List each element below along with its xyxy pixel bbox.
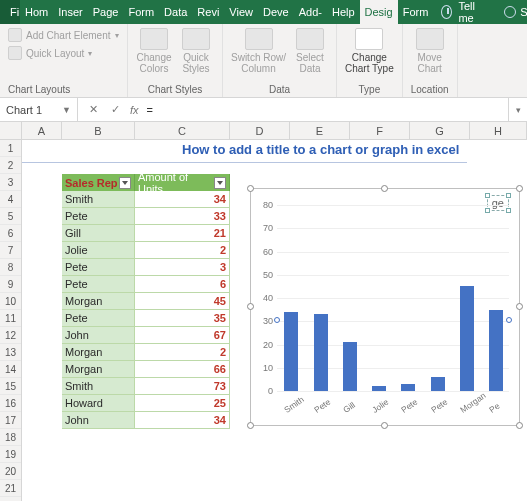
resize-handle[interactable] xyxy=(247,185,254,192)
tab-revi[interactable]: Revi xyxy=(192,0,224,24)
resize-handle[interactable] xyxy=(381,185,388,192)
cell-units[interactable]: 33 xyxy=(135,208,230,225)
cell-units[interactable]: 25 xyxy=(135,395,230,412)
bar[interactable] xyxy=(460,286,474,391)
row-header-15[interactable]: 15 xyxy=(0,378,21,395)
row-headers[interactable]: 123456789101112131415161718192021 xyxy=(0,140,22,501)
row-header-11[interactable]: 11 xyxy=(0,310,21,327)
resize-handle[interactable] xyxy=(516,185,523,192)
table-row[interactable]: Pete33 xyxy=(62,208,230,225)
add-chart-element-button[interactable]: Add Chart Element▾ xyxy=(8,28,119,42)
bar[interactable] xyxy=(314,314,328,391)
cell-units[interactable]: 6 xyxy=(135,276,230,293)
cell-units[interactable]: 34 xyxy=(135,412,230,429)
quick-styles-button[interactable]: Quick Styles xyxy=(178,28,214,74)
resize-handle[interactable] xyxy=(247,303,254,310)
row-header-19[interactable]: 19 xyxy=(0,446,21,463)
resize-handle[interactable] xyxy=(381,422,388,429)
tab-hom[interactable]: Hom xyxy=(20,0,53,24)
cell-units[interactable]: 45 xyxy=(135,293,230,310)
cell-units[interactable]: 21 xyxy=(135,225,230,242)
cell-sales-rep[interactable]: Morgan xyxy=(62,344,135,361)
cell-units[interactable]: 73 xyxy=(135,378,230,395)
row-header-7[interactable]: 7 xyxy=(0,242,21,259)
col-header-G[interactable]: G xyxy=(410,122,470,139)
table-row[interactable]: Pete35 xyxy=(62,310,230,327)
row-header-13[interactable]: 13 xyxy=(0,344,21,361)
cell-units[interactable]: 34 xyxy=(135,191,230,208)
data-table[interactable]: Sales Rep Amount of Units Smith34Pete33G… xyxy=(62,174,230,429)
tab-page[interactable]: Page xyxy=(88,0,124,24)
col-header-B[interactable]: B xyxy=(62,122,135,139)
cell-units[interactable]: 35 xyxy=(135,310,230,327)
row-header-20[interactable]: 20 xyxy=(0,463,21,480)
tab-file[interactable]: File xyxy=(0,0,20,24)
cell-sales-rep[interactable]: John xyxy=(62,412,135,429)
table-row[interactable]: Howard25 xyxy=(62,395,230,412)
row-header-14[interactable]: 14 xyxy=(0,361,21,378)
row-header-21[interactable]: 21 xyxy=(0,480,21,497)
table-row[interactable]: John67 xyxy=(62,327,230,344)
table-row[interactable]: Pete6 xyxy=(62,276,230,293)
table-row[interactable]: Pete3 xyxy=(62,259,230,276)
cell-grid[interactable]: How to add a title to a chart or graph i… xyxy=(22,140,527,501)
table-row[interactable]: John34 xyxy=(62,412,230,429)
select-all-corner[interactable] xyxy=(0,122,22,140)
cell-sales-rep[interactable]: Smith xyxy=(62,191,135,208)
cell-sales-rep[interactable]: Pete xyxy=(62,259,135,276)
cell-sales-rep[interactable]: Smith xyxy=(62,378,135,395)
col-header-F[interactable]: F xyxy=(350,122,410,139)
cell-units[interactable]: 2 xyxy=(135,344,230,361)
tab-inser[interactable]: Inser xyxy=(53,0,87,24)
row-header-9[interactable]: 9 xyxy=(0,276,21,293)
cell-units[interactable]: 67 xyxy=(135,327,230,344)
row-header-2[interactable]: 2 xyxy=(0,157,21,174)
tab-help[interactable]: Help xyxy=(327,0,360,24)
row-header-5[interactable]: 5 xyxy=(0,208,21,225)
cell-sales-rep[interactable]: Howard xyxy=(62,395,135,412)
formula-expand-button[interactable]: ▾ xyxy=(509,98,527,121)
cell-sales-rep[interactable]: Jolie xyxy=(62,242,135,259)
table-row[interactable]: Morgan66 xyxy=(62,361,230,378)
bar[interactable] xyxy=(284,312,298,391)
cell-sales-rep[interactable]: Pete xyxy=(62,310,135,327)
column-headers[interactable]: ABCDEFGH xyxy=(22,122,527,140)
table-row[interactable]: Gill21 xyxy=(62,225,230,242)
table-row[interactable]: Smith34 xyxy=(62,191,230,208)
fx-icon[interactable]: fx xyxy=(130,104,139,116)
row-header-10[interactable]: 10 xyxy=(0,293,21,310)
select-data-button[interactable]: Select Data xyxy=(292,28,328,74)
accept-formula-button[interactable]: ✓ xyxy=(108,103,122,116)
tab-add-[interactable]: Add- xyxy=(294,0,327,24)
cell-units[interactable]: 3 xyxy=(135,259,230,276)
row-header-1[interactable]: 1 xyxy=(0,140,21,157)
row-header-8[interactable]: 8 xyxy=(0,259,21,276)
chart-plot-area[interactable] xyxy=(277,205,509,391)
table-row[interactable]: Morgan45 xyxy=(62,293,230,310)
row-header-18[interactable]: 18 xyxy=(0,429,21,446)
cell-sales-rep[interactable]: Gill xyxy=(62,225,135,242)
row-header-17[interactable]: 17 xyxy=(0,412,21,429)
col-header-C[interactable]: C xyxy=(135,122,230,139)
row-header-6[interactable]: 6 xyxy=(0,225,21,242)
table-row[interactable]: Smith73 xyxy=(62,378,230,395)
header-sales-rep[interactable]: Sales Rep xyxy=(62,174,135,191)
row-header-16[interactable]: 16 xyxy=(0,395,21,412)
col-header-D[interactable]: D xyxy=(230,122,290,139)
col-header-H[interactable]: H xyxy=(470,122,527,139)
header-amount-units[interactable]: Amount of Units xyxy=(135,174,230,191)
share-button[interactable]: Share xyxy=(504,6,527,18)
cell-sales-rep[interactable]: Morgan xyxy=(62,293,135,310)
row-header-12[interactable]: 12 xyxy=(0,327,21,344)
cell-units[interactable]: 2 xyxy=(135,242,230,259)
formula-input[interactable]: = xyxy=(147,104,500,116)
resize-handle[interactable] xyxy=(247,422,254,429)
bar[interactable] xyxy=(489,310,503,391)
table-row[interactable]: Morgan2 xyxy=(62,344,230,361)
filter-icon[interactable] xyxy=(214,177,226,189)
move-chart-button[interactable]: Move Chart xyxy=(412,28,448,74)
cancel-formula-button[interactable]: ✕ xyxy=(86,103,100,116)
bar[interactable] xyxy=(372,386,386,391)
embedded-chart[interactable]: ge 01020304050607080 SmithPeteGillJolieP… xyxy=(250,188,520,426)
bar[interactable] xyxy=(401,384,415,391)
